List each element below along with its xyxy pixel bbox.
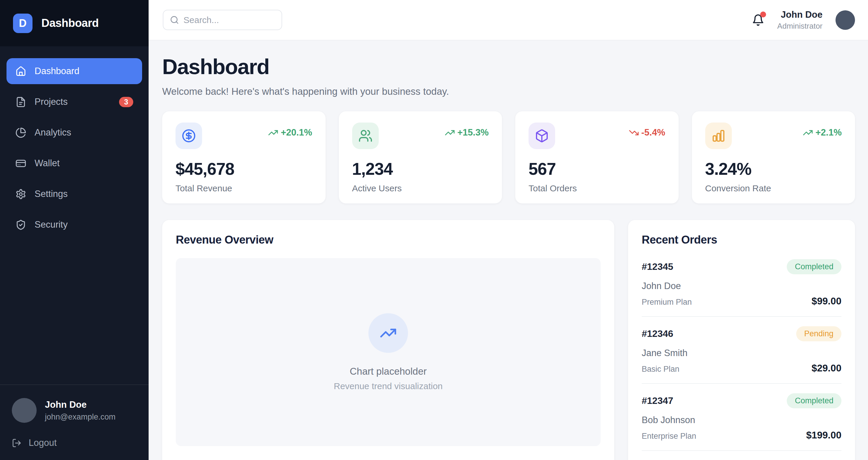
trending-up-icon: [268, 128, 278, 138]
trend-value: +15.3%: [457, 127, 489, 138]
stat-card-top: -5.4%: [529, 123, 665, 149]
page-subtitle: Welcome back! Here's what's happening wi…: [162, 86, 855, 97]
stat-label: Active Users: [352, 183, 489, 193]
notification-dot: [760, 11, 766, 18]
credit-card-icon: [16, 158, 26, 169]
sidebar-user: John Doe john@example.com: [12, 398, 137, 423]
sidebar-item[interactable]: Analytics: [6, 120, 142, 145]
app-root: D Dashboard Dashboard Projects 3: [0, 0, 868, 460]
home-icon: [16, 66, 26, 77]
stat-icon-box: [529, 123, 555, 149]
stat-label: Conversion Rate: [705, 183, 842, 193]
sidebar-item-label: Dashboard: [35, 66, 133, 76]
chart-placeholder-title: Chart placeholder: [350, 366, 427, 377]
user-name: John Doe: [45, 399, 116, 410]
sidebar-item-label: Security: [35, 219, 133, 230]
stat-icon-box: [705, 123, 732, 149]
sidebar: D Dashboard Dashboard Projects 3: [0, 0, 149, 460]
order-row-bottom: Basic Plan $29.00: [642, 363, 841, 374]
logout-label: Logout: [29, 437, 57, 448]
shield-check-icon: [16, 219, 26, 230]
page-title: Dashboard: [162, 55, 855, 79]
package-icon: [535, 129, 549, 143]
sidebar-item[interactable]: Settings: [6, 181, 142, 207]
orders-list: #12345 Completed John Doe Premium Plan $…: [642, 259, 841, 460]
avatar: [12, 398, 37, 423]
order-customer: Jane Smith: [642, 348, 841, 358]
logout-icon: [12, 438, 22, 448]
order-row: #12347 Completed Bob Johnson Enterprise …: [642, 393, 841, 451]
status-badge: Completed: [787, 393, 841, 408]
trend-indicator: +2.1%: [803, 127, 842, 138]
stats-grid: +20.1% $45,678 Total Revenue: [162, 111, 855, 203]
order-row: #12345 Completed John Doe Premium Plan $…: [642, 259, 841, 317]
order-plan: Enterprise Plan: [642, 432, 696, 441]
sidebar-item[interactable]: Security: [6, 212, 142, 238]
sidebar-item[interactable]: Dashboard: [6, 58, 142, 84]
stat-card: -5.4% 567 Total Orders: [515, 111, 679, 203]
order-customer: Bob Johnson: [642, 415, 841, 425]
app-logo[interactable]: D Dashboard: [0, 0, 149, 46]
header-actions: John Doe Administrator: [752, 9, 855, 31]
stat-label: Total Revenue: [176, 183, 312, 193]
trending-down-icon: [629, 128, 639, 138]
stat-card-top: +2.1%: [705, 123, 842, 149]
stat-label: Total Orders: [529, 183, 665, 193]
user-email: john@example.com: [45, 413, 116, 422]
panel-title: Recent Orders: [642, 234, 841, 246]
document-icon: [16, 97, 26, 107]
trend-indicator: +20.1%: [268, 127, 312, 138]
sidebar-item-label: Projects: [35, 97, 119, 107]
revenue-overview-panel: Revenue Overview Chart placeholder Reven…: [162, 220, 614, 460]
header-user-role: Administrator: [777, 22, 823, 31]
trending-up-icon: [380, 325, 397, 341]
stat-card-top: +20.1%: [176, 123, 312, 149]
notifications-button[interactable]: [752, 14, 764, 26]
avatar[interactable]: [836, 10, 855, 30]
sidebar-item-label: Analytics: [35, 127, 133, 138]
order-plan: Premium Plan: [642, 298, 692, 307]
logo-mark: D: [13, 13, 32, 33]
stat-value: $45,678: [176, 159, 312, 178]
order-row-top: #12347 Completed: [642, 393, 841, 408]
bar-chart-icon: [711, 129, 725, 143]
order-row-top: #12346 Pending: [642, 326, 841, 341]
sidebar-footer: John Doe john@example.com Logout: [0, 385, 149, 460]
divider: [642, 383, 841, 384]
order-id: #12345: [642, 261, 673, 272]
order-row: #12346 Pending Jane Smith Basic Plan $29…: [642, 326, 841, 384]
divider: [642, 450, 841, 451]
top-bar: John Doe Administrator: [149, 0, 868, 40]
order-id: #12347: [642, 395, 673, 406]
stat-value: 567: [529, 159, 665, 178]
stat-icon-box: [176, 123, 202, 149]
order-amount: $99.00: [812, 296, 841, 307]
sidebar-item[interactable]: Wallet: [6, 150, 142, 176]
stat-icon-box: [352, 123, 379, 149]
sidebar-item-label: Wallet: [35, 158, 133, 169]
trend-value: +20.1%: [281, 127, 312, 138]
order-row-bottom: Enterprise Plan $199.00: [642, 430, 841, 441]
pie-chart-icon: [16, 127, 26, 138]
content-column: John Doe Administrator Dashboard Welcome…: [149, 0, 868, 460]
sidebar-item-label: Settings: [35, 189, 133, 199]
stat-card: +2.1% 3.24% Conversion Rate: [692, 111, 855, 203]
notification-count-badge: 3: [119, 97, 133, 107]
gear-icon: [16, 189, 26, 200]
search-input[interactable]: [163, 10, 282, 30]
status-badge: Completed: [787, 259, 841, 274]
chart-placeholder-subtitle: Revenue trend visualization: [334, 381, 443, 391]
order-amount: $199.00: [806, 430, 841, 441]
trending-up-icon: [445, 128, 455, 138]
logout-button[interactable]: Logout: [12, 437, 137, 448]
order-amount: $29.00: [812, 363, 841, 374]
header-user-name: John Doe: [777, 9, 823, 20]
trend-indicator: -5.4%: [629, 127, 665, 138]
chart-icon-circle: [368, 313, 408, 353]
charts-row: Revenue Overview Chart placeholder Reven…: [162, 220, 855, 460]
stat-value: 3.24%: [705, 159, 842, 178]
users-icon: [359, 129, 373, 143]
order-customer: John Doe: [642, 281, 841, 291]
sidebar-item[interactable]: Projects 3: [6, 89, 142, 115]
status-badge: Pending: [796, 326, 841, 341]
